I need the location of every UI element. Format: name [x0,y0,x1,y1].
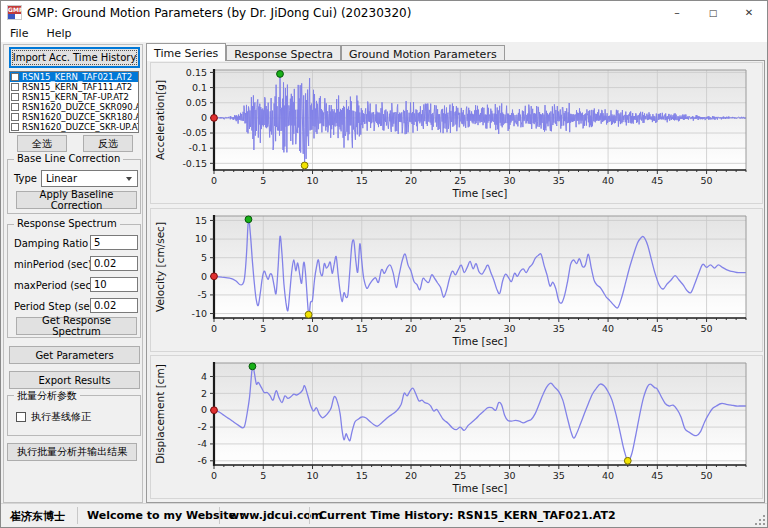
y-tick-label: -0.05 [182,127,207,138]
checkbox-icon[interactable] [11,103,19,111]
minperiod-label: minPeriod (sec) [14,259,92,270]
start-marker [211,114,218,121]
checkbox-icon[interactable] [16,412,26,422]
window-title: GMP: Ground Motion Parameters (by Dr. Ji… [27,6,411,20]
resize-grip[interactable] [753,513,765,525]
import-acc-button[interactable]: Import Acc. Time History [9,47,140,68]
tab-ground-motion-parameters[interactable]: Ground Motion Parameters [341,45,505,61]
x-axis-label: Time [sec] [452,482,508,494]
menu-bar: File Help [1,24,767,43]
x-tick-label: 10 [306,175,318,186]
checkbox-icon[interactable] [11,113,19,121]
x-tick-label: 50 [701,175,713,186]
baseline-group-title: Base Line Correction [14,153,123,164]
x-tick-label: 15 [356,323,368,334]
y-tick-label: -2 [198,421,207,432]
menu-file[interactable]: File [1,27,37,40]
periodstep-label: Period Step (sec) [14,301,99,312]
periodstep-input[interactable] [90,298,138,313]
x-tick-label: 35 [553,175,565,186]
list-item[interactable]: RSN1620_DUZCE_SKR-UP.AT2 [10,122,138,132]
x-tick-label: 5 [260,470,266,481]
close-icon[interactable]: ✕ [731,1,767,24]
maximize-icon[interactable]: □ [695,1,731,24]
minimize-icon[interactable]: – [659,1,695,24]
x-tick-label: 40 [602,175,614,186]
y-tick-label: -5 [198,289,207,300]
list-item[interactable]: RSN15_KERN_TAF021.AT2 [10,72,138,82]
min-marker [305,311,312,318]
maxperiod-label: maxPeriod (sec) [14,280,95,291]
x-tick-label: 20 [405,175,417,186]
checkbox-icon[interactable] [11,93,19,101]
invert-selection-button[interactable]: 反选 [83,135,133,152]
checkbox-icon[interactable] [11,73,19,81]
menu-help[interactable]: Help [37,27,80,40]
tab-response-spectra[interactable]: Response Spectra [226,45,341,61]
y-tick-label: 0.05 [186,97,207,108]
x-tick-label: 45 [651,175,663,186]
y-axis-label: Velocity [cm/sec] [154,222,166,312]
get-parameters-button[interactable]: Get Parameters [9,346,140,364]
max-marker [249,363,256,370]
damping-input[interactable] [90,235,138,250]
x-tick-label: 15 [356,175,368,186]
y-axis-label: Acceleration[g] [154,80,166,160]
list-item[interactable]: RSN1620_DUZCE_SKR090.AT2 [10,102,138,112]
displacement-chart: 05101520253035404550420-2-4-6Time [sec]D… [150,355,763,499]
checkbox-icon[interactable] [11,83,19,91]
x-tick-label: 40 [602,323,614,334]
x-tick-label: 0 [211,470,217,481]
list-item[interactable]: RSN15_KERN_TAF111.AT2 [10,82,138,92]
status-bar: 崔济东博士 Welcome to my Website : www.jdcui.… [1,503,767,527]
tab-strip: Time Series Response Spectra Ground Moti… [146,43,505,61]
y-tick-label: 4 [201,371,207,382]
y-tick-label: -0.15 [182,158,207,169]
min-marker [301,162,308,169]
apply-baseline-checkbox[interactable]: 执行基线修正 [16,410,91,424]
list-item[interactable]: RSN1620_DUZCE_SKR180.AT2 [10,112,138,122]
app-window: GMP GMP: Ground Motion Parameters (by Dr… [0,0,768,528]
y-tick-label: 0 [201,112,207,123]
minperiod-input[interactable] [90,256,138,271]
x-tick-label: 45 [651,470,663,481]
file-listbox[interactable]: RSN15_KERN_TAF021.AT2 RSN15_KERN_TAF111.… [9,71,139,133]
tab-time-series[interactable]: Time Series [146,43,226,61]
x-tick-label: 50 [701,323,713,334]
title-bar: GMP GMP: Ground Motion Parameters (by Dr… [1,1,767,24]
y-tick-label: 0 [201,271,207,282]
chevron-down-icon [126,177,132,181]
maxperiod-input[interactable] [90,277,138,292]
y-tick-label: -0.1 [188,142,207,153]
x-tick-label: 30 [504,175,516,186]
velocity-chart: 05101520253035404550151050-5-10Time [sec… [150,208,763,352]
acceleration-chart: 051015202530354045500.150.10.050-0.05-0.… [150,62,763,204]
checkbox-icon[interactable] [11,123,19,131]
x-tick-label: 25 [454,175,466,186]
x-tick-label: 15 [356,470,368,481]
baseline-type-select[interactable]: Linear [41,170,138,187]
x-tick-label: 45 [651,323,663,334]
x-axis-label: Time [sec] [452,187,508,199]
app-icon: GMP [7,5,22,20]
export-results-button[interactable]: Export Results [9,371,140,389]
y-tick-label: -6 [198,455,207,466]
apply-baseline-button[interactable]: Apply Baseline Correction [16,191,137,209]
sidebar: Import Acc. Time History RSN15_KERN_TAF0… [3,44,143,503]
x-tick-label: 25 [454,323,466,334]
get-response-spectrum-button[interactable]: Get Response Spectrum [16,317,137,335]
x-tick-label: 40 [602,470,614,481]
status-author: 崔济东博士 [10,509,65,524]
run-batch-button[interactable]: 执行批量分析并输出结果 [7,443,137,461]
x-tick-label: 5 [260,175,266,186]
x-tick-label: 30 [504,470,516,481]
plot-area [214,216,746,318]
y-tick-label: 15 [195,215,207,226]
y-tick-label: -4 [198,438,207,449]
baseline-groupbox: Base Line Correction Type Linear Apply B… [7,159,141,214]
y-tick-label: 0.15 [186,67,207,78]
y-tick-label: -10 [191,308,207,319]
select-all-button[interactable]: 全选 [17,135,67,152]
x-tick-label: 30 [504,323,516,334]
list-item[interactable]: RSN15_KERN_TAF-UP.AT2 [10,92,138,102]
